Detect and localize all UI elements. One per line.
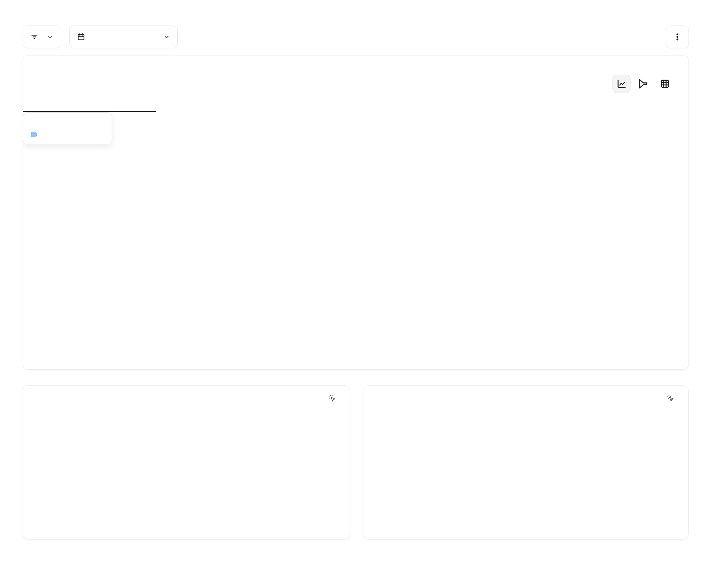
left-edge-accent — [0, 0, 1, 588]
cursor-click-icon — [667, 394, 674, 402]
more-options-button[interactable] — [666, 25, 689, 48]
grid-table-icon — [660, 79, 670, 89]
countries-panel-header — [364, 386, 688, 411]
table-view-button[interactable] — [656, 75, 674, 93]
countries-rows — [364, 411, 688, 423]
funnel-icon — [638, 79, 648, 89]
kebab-menu-icon — [673, 32, 682, 42]
chart-tooltip — [23, 112, 112, 144]
calendar-icon — [77, 33, 85, 41]
links-rows — [23, 411, 350, 423]
filter-lines-icon — [30, 33, 39, 41]
clicks-metric-header[interactable] — [328, 394, 339, 402]
analytics-chart-card — [23, 55, 689, 370]
links-panel-header — [23, 386, 350, 411]
clicks-area-chart[interactable] — [23, 112, 689, 369]
countries-panel — [364, 385, 689, 540]
chart-view-toggles — [612, 75, 674, 93]
chevron-down-icon — [163, 33, 170, 41]
filter-button[interactable] — [23, 25, 61, 48]
cursor-click-icon — [328, 394, 336, 402]
funnel-view-button[interactable] — [634, 75, 652, 93]
stats-tabs-row — [23, 55, 689, 112]
tooltip-time — [23, 113, 112, 125]
toolbar — [23, 25, 689, 48]
analytics-page — [0, 0, 711, 540]
line-chart-view-button[interactable] — [612, 75, 631, 93]
chevron-down-icon — [46, 33, 53, 41]
clicks-metric-header[interactable] — [667, 394, 677, 402]
line-chart-icon — [617, 79, 627, 89]
clicks-legend-square-icon — [31, 132, 37, 137]
links-panel — [23, 385, 350, 540]
date-range-button[interactable] — [69, 25, 178, 48]
breakdown-panels — [23, 385, 689, 540]
